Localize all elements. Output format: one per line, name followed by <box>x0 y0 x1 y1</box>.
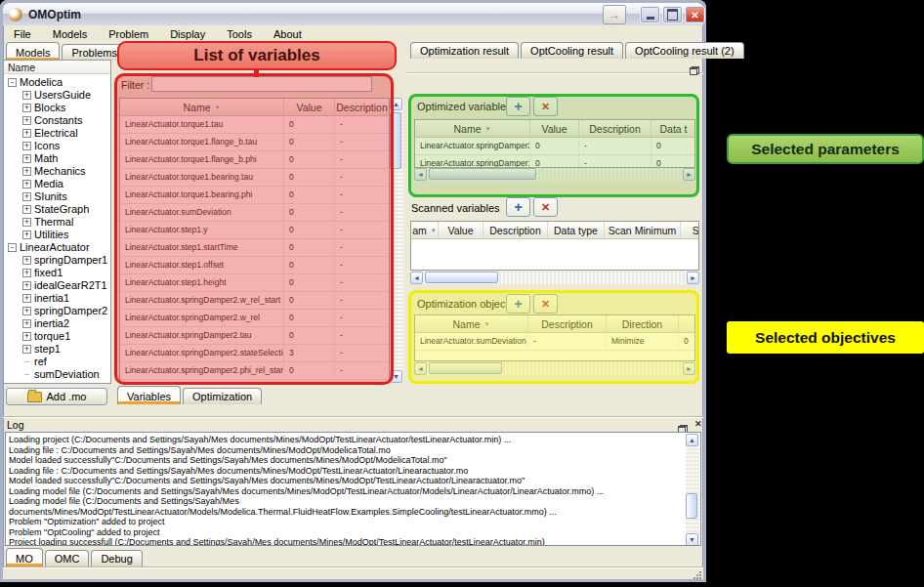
tree-item-step1[interactable]: +step1 <box>4 343 110 356</box>
add-objective-button[interactable]: + <box>506 294 530 314</box>
table-row[interactable]: LinearActuator.step1.y0- <box>120 222 389 239</box>
expand-icon[interactable]: + <box>22 192 31 201</box>
tree-item-media[interactable]: +Media <box>4 178 110 190</box>
scrollbar-thumb[interactable] <box>390 112 401 169</box>
expand-icon[interactable]: + <box>22 104 31 112</box>
tree-item-sumdeviation[interactable]: –sumDeviation <box>4 368 110 381</box>
table-row[interactable]: LinearActuator.springDamper2.w_rel_start… <box>120 292 389 310</box>
tree-item-math[interactable]: +Math <box>4 152 110 165</box>
expand-icon[interactable]: + <box>22 345 31 354</box>
table-row[interactable]: LinearActuator.torque1.bearing.tau0- <box>120 169 389 187</box>
tab-omc[interactable]: OMC <box>45 550 90 566</box>
table-row[interactable]: LinearActuator.springDamper2.w_rel0- <box>120 310 389 327</box>
title-bar[interactable]: OMOptim <box>3 3 703 25</box>
tree-item-inertia1[interactable]: +inertia1 <box>4 292 110 305</box>
scrollbar-track[interactable] <box>427 362 683 375</box>
column-header-description[interactable]: Description <box>579 120 651 137</box>
tree-item-utilities[interactable]: +Utilities <box>4 229 110 241</box>
scroll-down-button[interactable]: ▼ <box>390 370 402 383</box>
expand-icon[interactable]: + <box>22 332 31 341</box>
column-header-data-t[interactable]: Data t <box>651 120 695 137</box>
expand-icon[interactable]: + <box>22 129 31 138</box>
column-header-value[interactable]: Value <box>530 120 579 137</box>
tree-item-electrical[interactable]: +Electrical <box>4 127 110 140</box>
close-log-icon[interactable]: ✕ <box>694 419 702 429</box>
scroll-left-button[interactable]: ◄ <box>414 362 427 375</box>
scrollbar-track[interactable] <box>686 446 699 533</box>
table-row[interactable]: LinearActuator.sumDeviation0- <box>120 204 389 222</box>
tree-item-constants[interactable]: +Constants <box>4 114 110 127</box>
collapse-icon[interactable]: - <box>8 243 17 252</box>
tree-item-springdamper2[interactable]: +springDamper2 <box>4 305 110 317</box>
table-row[interactable]: LinearActuator.springDamper1.d0-0 <box>415 155 694 168</box>
expand-icon[interactable]: + <box>22 180 31 189</box>
expand-icon[interactable]: + <box>22 281 31 290</box>
tree-item-icons[interactable]: +Icons <box>4 140 110 152</box>
column-header-name[interactable]: Name▼ <box>415 315 528 332</box>
remove-objective-button[interactable]: ✕ <box>533 294 558 314</box>
scrollbar-thumb[interactable] <box>429 362 502 374</box>
tab-problem[interactable]: Problem <box>98 26 159 42</box>
tree-item-modelica[interactable]: -Modelica <box>4 76 110 89</box>
table-row[interactable]: LinearActuator.torque1.tau0- <box>120 116 389 134</box>
tab-tools[interactable]: Tools <box>216 26 263 42</box>
tree-item-inertia2[interactable]: +inertia2 <box>4 317 110 330</box>
scroll-right-button[interactable]: ► <box>683 168 695 181</box>
tree-item-mechanics[interactable]: +Mechanics <box>4 165 110 178</box>
add-optimized-variable-button[interactable]: + <box>506 97 530 116</box>
tab-models[interactable]: Models <box>42 26 98 42</box>
table-row[interactable]: LinearActuator.step1.startTime0- <box>120 239 389 257</box>
expand-icon[interactable]: + <box>22 256 31 265</box>
expand-icon[interactable]: + <box>22 116 31 125</box>
expand-icon[interactable]: + <box>22 154 31 163</box>
expand-icon[interactable]: + <box>22 218 31 227</box>
scroll-right-button[interactable]: ► <box>683 362 695 375</box>
table-row[interactable]: LinearActuator.torque1.flange_b.tau0- <box>120 134 389 151</box>
tree-column-header[interactable]: Name <box>4 61 110 74</box>
close-button[interactable]: ✕ <box>685 6 705 23</box>
tab-optcooling-result[interactable]: OptCooling result <box>521 42 623 59</box>
scrollbar-thumb[interactable] <box>425 272 498 283</box>
scrollbar-thumb[interactable] <box>686 493 697 519</box>
tree-item-linearactuator[interactable]: -LinearActuator <box>4 241 110 254</box>
expand-icon[interactable]: + <box>22 319 31 328</box>
float-panel-icon[interactable] <box>690 66 699 75</box>
tab-optimization-result[interactable]: Optimization result <box>410 42 519 59</box>
scrollbar-track[interactable] <box>427 168 683 181</box>
scrollbar-track[interactable] <box>390 110 403 370</box>
tab-mo[interactable]: MO <box>6 548 43 566</box>
nav-forward-button[interactable]: → <box>603 5 626 24</box>
tree-item-fixed1[interactable]: +fixed1 <box>4 267 110 279</box>
table-row[interactable]: LinearActuator.torque1.flange_b.phi0- <box>120 151 389 169</box>
expand-icon[interactable]: + <box>22 231 31 239</box>
expand-icon[interactable]: + <box>22 307 31 315</box>
scroll-up-button[interactable]: ▲ <box>390 98 402 110</box>
add-mo-button[interactable]: Add .mo <box>6 388 107 405</box>
scroll-left-button[interactable]: ◄ <box>410 272 423 284</box>
column-header-description[interactable]: Description <box>528 315 607 332</box>
expand-icon[interactable]: + <box>22 142 31 150</box>
tree-item-usersguide[interactable]: +UsersGuide <box>4 89 110 102</box>
expand-icon[interactable]: + <box>22 269 31 277</box>
remove-scanned-variable-button[interactable]: ✕ <box>533 197 558 217</box>
tree-item-idealgearr2t1[interactable]: +idealGearR2T1 <box>4 279 110 292</box>
scroll-right-button[interactable]: ► <box>687 272 699 284</box>
remove-optimized-variable-button[interactable]: ✕ <box>533 97 558 116</box>
table-row[interactable]: LinearActuator.springDamper2.tau0- <box>120 327 389 345</box>
scroll-up-button[interactable]: ▲ <box>686 434 698 446</box>
table-row[interactable]: LinearActuator.step1.offset0- <box>120 257 389 274</box>
column-header-am[interactable]: am▼ <box>411 222 439 238</box>
expand-icon[interactable]: + <box>22 294 31 303</box>
table-row[interactable]: LinearActuator.torque1.bearing.phi0- <box>120 187 389 204</box>
filter-input[interactable] <box>151 76 372 92</box>
tab-variables[interactable]: Variables <box>117 386 181 404</box>
scrollbar-track[interactable] <box>423 272 687 284</box>
collapse-icon[interactable]: - <box>8 78 17 87</box>
tab-optcooling-result-2[interactable]: OptCooling result (2) <box>625 42 744 59</box>
tab-models[interactable]: Models <box>6 42 60 61</box>
tree-item-siunits[interactable]: +SIunits <box>4 190 110 203</box>
column-header-n[interactable]: N <box>679 315 695 332</box>
table-row[interactable]: LinearActuator.step1.height0- <box>120 274 389 292</box>
column-header-description[interactable]: Description <box>335 99 390 115</box>
table-row[interactable]: LinearActuator.springDamper2.phi_rel_sta… <box>120 362 389 380</box>
